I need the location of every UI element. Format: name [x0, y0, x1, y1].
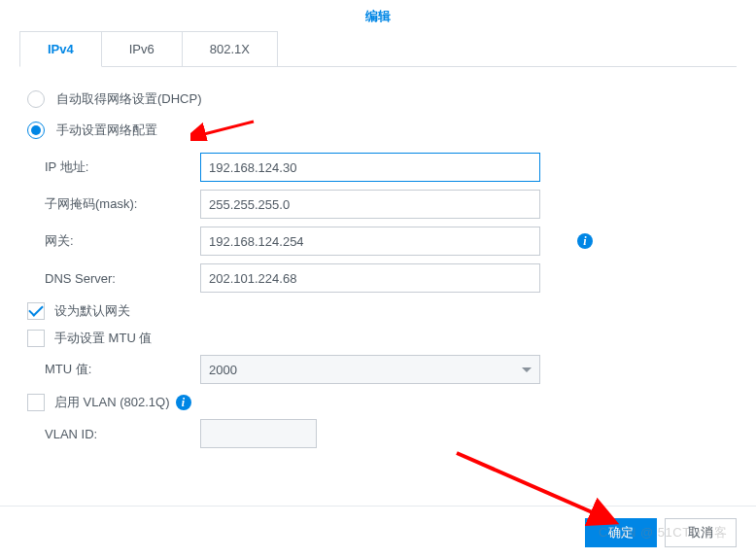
enable-vlan-row[interactable]: 启用 VLAN (802.1Q) i: [27, 394, 735, 411]
radio-manual[interactable]: [27, 122, 45, 139]
cancel-button[interactable]: 取消: [665, 518, 737, 547]
annotation-arrow-1: [190, 118, 258, 141]
default-gateway-label: 设为默认网关: [54, 302, 130, 320]
dns-label: DNS Server:: [45, 271, 200, 286]
ip-input[interactable]: [200, 153, 540, 182]
gateway-input[interactable]: [200, 227, 540, 256]
dns-input[interactable]: [200, 263, 540, 293]
vlan-id-input: [200, 419, 317, 448]
info-icon[interactable]: i: [176, 395, 191, 410]
checkbox-default-gateway[interactable]: [27, 302, 45, 320]
ok-button[interactable]: 确定: [585, 518, 657, 547]
radio-dhcp-label: 自动取得网络设置(DHCP): [56, 90, 202, 108]
manual-form: IP 地址: 子网掩码(mask): 网关: i DNS Server:: [45, 153, 735, 293]
mask-input[interactable]: [200, 190, 540, 219]
tab-8021x[interactable]: 802.1X: [182, 31, 278, 67]
mask-label: 子网掩码(mask):: [45, 195, 200, 213]
svg-line-0: [200, 122, 254, 135]
ip-label: IP 地址:: [45, 158, 200, 176]
radio-manual-label: 手动设置网络配置: [56, 122, 157, 139]
dialog: 编辑 IPv4 IPv6 802.1X 自动取得网络设置(DHCP) 手动设置网…: [0, 0, 756, 559]
tabs: IPv4 IPv6 802.1X: [19, 31, 737, 67]
checkbox-enable-vlan[interactable]: [27, 394, 45, 411]
mtu-select[interactable]: 2000: [200, 355, 540, 384]
mtu-label: MTU 值:: [45, 361, 200, 378]
dialog-title: 编辑: [0, 0, 756, 31]
vlan-id-label: VLAN ID:: [45, 427, 200, 441]
radio-dhcp-row[interactable]: 自动取得网络设置(DHCP): [27, 90, 735, 108]
tab-ipv4[interactable]: IPv4: [19, 31, 102, 67]
content: 自动取得网络设置(DHCP) 手动设置网络配置 IP 地址: 子网掩码(mask…: [0, 67, 756, 506]
default-gateway-row[interactable]: 设为默认网关: [27, 302, 735, 320]
info-icon[interactable]: i: [577, 233, 593, 249]
gateway-label: 网关:: [45, 232, 200, 250]
checkbox-manual-mtu[interactable]: [27, 330, 45, 347]
footer: 确定 取消: [0, 506, 756, 559]
manual-mtu-row[interactable]: 手动设置 MTU 值: [27, 330, 735, 347]
tab-ipv6[interactable]: IPv6: [101, 31, 183, 67]
radio-manual-row[interactable]: 手动设置网络配置: [27, 122, 735, 139]
mtu-value: 2000: [209, 363, 237, 377]
manual-mtu-label: 手动设置 MTU 值: [54, 330, 152, 347]
chevron-down-icon: [522, 367, 532, 372]
enable-vlan-label: 启用 VLAN (802.1Q): [54, 394, 170, 411]
radio-dhcp[interactable]: [27, 90, 45, 108]
